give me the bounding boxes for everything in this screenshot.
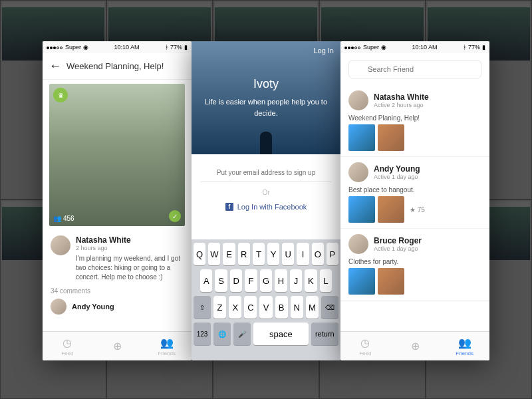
nav-bar: ← Weekend Planning, Help! <box>43 53 192 80</box>
kb-row-3: ⇧ ZXCVBNM ⌫ <box>194 296 338 319</box>
email-field[interactable] <box>201 164 331 182</box>
key-t[interactable]: T <box>253 243 265 265</box>
friend-thumbs <box>348 268 481 295</box>
friend-thumbs: ★ 75 <box>348 196 481 223</box>
friend-name: Andy Young <box>374 164 420 174</box>
battery-icon: ▮ <box>482 44 485 51</box>
key-z[interactable]: Z <box>213 296 226 319</box>
post-body: Natasha White 2 hours ago I'm planning m… <box>43 230 192 287</box>
key-n[interactable]: N <box>291 296 303 319</box>
return-key[interactable]: return <box>311 323 338 345</box>
tab-feed[interactable]: ◷Feed <box>340 332 390 360</box>
key-b[interactable]: B <box>275 296 288 319</box>
thumb-image[interactable] <box>378 268 404 295</box>
bluetooth-icon: ᚼ <box>463 44 466 51</box>
thumb-image[interactable] <box>348 268 375 295</box>
key-q[interactable]: Q <box>194 243 205 265</box>
check-icon: ✓ <box>169 210 181 222</box>
thumb-image[interactable] <box>348 124 375 151</box>
plus-icon: ⊕ <box>113 340 122 352</box>
wifi-icon: ◉ <box>83 44 88 51</box>
crown-icon: ♛ <box>53 88 68 102</box>
tab-friends[interactable]: 👥Friends <box>440 332 489 360</box>
key-j[interactable]: J <box>290 269 302 292</box>
friend-thumbs <box>348 124 481 151</box>
friend-item[interactable]: Bruce RogerActive 1 day agoClothes for p… <box>340 229 489 301</box>
tab-add[interactable]: ⊕ <box>390 332 440 360</box>
or-divider: Or <box>201 189 331 196</box>
clock: 10:10 AM <box>114 44 139 51</box>
keyboard: QWERTYUIOP ASDFGHJKL ⇧ ZXCVBNM ⌫ 123 🌐 🎤… <box>192 239 340 360</box>
thumb-image[interactable] <box>348 196 375 223</box>
key-r[interactable]: R <box>238 243 250 265</box>
screen-friends: Super◉ 10:10 AM ᚼ77%▮ 🔍 Natasha WhiteAct… <box>340 41 489 360</box>
avatar <box>348 90 368 110</box>
friend-item[interactable]: Natasha WhiteActive 2 hours agoWeekend P… <box>340 85 489 157</box>
comments-count[interactable]: 34 comments <box>43 287 192 295</box>
key-v[interactable]: V <box>259 296 272 319</box>
tagline: Life is easier when people help you to d… <box>202 96 330 118</box>
key-d[interactable]: D <box>230 269 242 292</box>
shift-key[interactable]: ⇧ <box>194 296 211 319</box>
space-key[interactable]: space <box>253 323 309 345</box>
reply-row[interactable]: Andy Young <box>43 295 192 319</box>
search-input[interactable] <box>348 60 481 78</box>
thumb-image[interactable] <box>378 124 404 151</box>
wifi-icon: ◉ <box>381 44 386 51</box>
key-a[interactable]: A <box>200 269 212 292</box>
key-f[interactable]: F <box>245 269 257 292</box>
key-g[interactable]: G <box>260 269 272 292</box>
login-form: Or f Log In with Facebook <box>192 154 340 216</box>
key-w[interactable]: W <box>208 243 220 265</box>
thumb-image[interactable] <box>378 196 404 223</box>
kb-row-4: 123 🌐 🎤 space return <box>194 323 338 345</box>
tab-feed[interactable]: ◷Feed <box>43 332 92 360</box>
friend-name: Natasha White <box>374 92 429 102</box>
facebook-login-button[interactable]: f Log In with Facebook <box>201 203 331 211</box>
kb-row-2: ASDFGHJKL <box>194 269 338 292</box>
friend-meta: Active 1 day ago <box>374 174 420 180</box>
brand-name: Ivoty <box>253 77 279 91</box>
friend-subtitle: Clothes for party. <box>348 258 481 265</box>
avatar <box>51 299 66 315</box>
avatar[interactable] <box>51 235 70 255</box>
friends-icon: 👥 <box>160 336 174 349</box>
friend-item[interactable]: Andy YoungActive 1 day agoBest place to … <box>340 157 489 229</box>
person-silhouette <box>260 132 272 154</box>
bluetooth-icon: ᚼ <box>165 44 168 51</box>
key-p[interactable]: P <box>327 243 338 265</box>
key-h[interactable]: H <box>275 269 287 292</box>
like-count: ★ 75 <box>410 206 425 213</box>
key-i[interactable]: I <box>297 243 309 265</box>
status-bar: Super◉ 10:10 AM ᚼ77%▮ <box>340 41 489 53</box>
friend-subtitle: Best place to hangout. <box>348 186 481 194</box>
people-icon: 👥 <box>53 215 61 222</box>
tab-friends[interactable]: 👥Friends <box>142 332 192 360</box>
feed-icon: ◷ <box>63 336 72 349</box>
tab-add[interactable]: ⊕ <box>92 332 142 360</box>
post-text: I'm planning my weekend, and I got two c… <box>76 254 184 282</box>
friends-icon: 👥 <box>458 336 471 349</box>
globe-key[interactable]: 🌐 <box>213 323 231 345</box>
avatar <box>348 162 368 182</box>
key-e[interactable]: E <box>223 243 235 265</box>
key-y[interactable]: Y <box>267 243 279 265</box>
screen-login: Log In Ivoty Life is easier when people … <box>192 41 340 360</box>
post-hero-image[interactable]: ♛ 👥456 ✓ <box>49 84 185 226</box>
back-icon[interactable]: ← <box>49 59 61 73</box>
mic-key[interactable]: 🎤 <box>233 323 251 345</box>
key-m[interactable]: M <box>306 296 319 319</box>
numbers-key[interactable]: 123 <box>194 323 211 345</box>
delete-key[interactable]: ⌫ <box>321 296 338 319</box>
key-s[interactable]: S <box>215 269 227 292</box>
key-l[interactable]: L <box>320 269 332 292</box>
login-link[interactable]: Log In <box>313 47 334 55</box>
key-x[interactable]: X <box>229 296 241 319</box>
key-u[interactable]: U <box>282 243 294 265</box>
key-o[interactable]: O <box>312 243 324 265</box>
key-k[interactable]: K <box>305 269 317 292</box>
key-c[interactable]: C <box>244 296 257 319</box>
page-title: Weekend Planning, Help! <box>66 61 164 71</box>
search-bar: 🔍 <box>340 53 489 85</box>
friend-meta: Active 2 hours ago <box>374 102 429 108</box>
